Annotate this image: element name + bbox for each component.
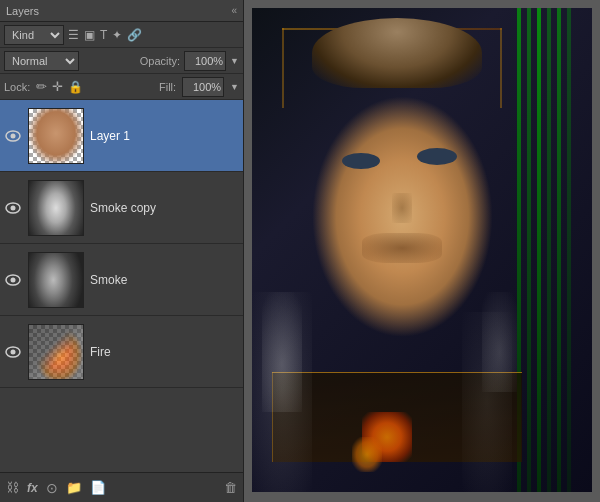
fill-input[interactable] — [182, 77, 224, 97]
layer-thumbnail — [28, 252, 84, 308]
link-layers-icon[interactable]: ⛓ — [6, 480, 19, 495]
opacity-chevron-icon[interactable]: ▼ — [230, 56, 239, 66]
panel-title: Layers — [6, 5, 39, 17]
kind-icons: ☰ ▣ T ✦ 🔗 — [68, 28, 142, 42]
lock-all-icon[interactable]: 🔒 — [68, 80, 83, 94]
layer-visibility-toggle[interactable] — [4, 202, 22, 214]
blend-mode-select[interactable]: Normal Multiply Screen Overlay — [4, 51, 79, 71]
type-filter-icon[interactable]: T — [100, 28, 107, 42]
canvas-area — [244, 0, 600, 502]
layer-visibility-toggle[interactable] — [4, 130, 22, 142]
shape-filter-icon[interactable]: ✦ — [112, 28, 122, 42]
svg-point-1 — [11, 133, 16, 138]
layer-visibility-toggle[interactable] — [4, 274, 22, 286]
new-group-icon[interactable]: 📁 — [66, 480, 82, 495]
layer-item[interactable]: Smoke — [0, 244, 243, 316]
svg-point-7 — [11, 349, 16, 354]
kind-row: Kind ☰ ▣ T ✦ 🔗 — [0, 22, 243, 48]
lock-label: Lock: — [4, 81, 30, 93]
adjustment-filter-icon[interactable]: ▣ — [84, 28, 95, 42]
layer-item[interactable]: Smoke copy — [0, 172, 243, 244]
layer-thumbnail — [28, 108, 84, 164]
blend-row: Normal Multiply Screen Overlay Opacity: … — [0, 48, 243, 74]
fill-label: Fill: — [159, 81, 176, 93]
add-mask-icon[interactable]: ⊙ — [46, 480, 58, 496]
panel-header: Layers « — [0, 0, 243, 22]
layer-item[interactable]: Fire — [0, 316, 243, 388]
layer-effects-icon[interactable]: fx — [27, 481, 38, 495]
collapse-arrow[interactable]: « — [231, 5, 237, 16]
fill-chevron-icon[interactable]: ▼ — [230, 82, 239, 92]
layer-name: Fire — [90, 345, 239, 359]
svg-point-5 — [11, 277, 16, 282]
pixel-filter-icon[interactable]: ☰ — [68, 28, 79, 42]
smartobj-filter-icon[interactable]: 🔗 — [127, 28, 142, 42]
opacity-label: Opacity: — [140, 55, 180, 67]
delete-layer-icon[interactable]: 🗑 — [224, 480, 237, 495]
layers-panel: Layers « Kind ☰ ▣ T ✦ 🔗 Normal Multiply … — [0, 0, 244, 502]
canvas-image — [252, 8, 592, 492]
lock-position-icon[interactable]: ✛ — [52, 79, 63, 94]
layer-item[interactable]: Layer 1 — [0, 100, 243, 172]
lock-icons: ✏ ✛ 🔒 — [36, 79, 83, 94]
layer-thumbnail — [28, 180, 84, 236]
layer-visibility-toggle[interactable] — [4, 346, 22, 358]
svg-point-3 — [11, 205, 16, 210]
layer-name: Smoke — [90, 273, 239, 287]
panel-footer: ⛓ fx ⊙ 📁 📄 🗑 — [0, 472, 243, 502]
opacity-input[interactable] — [184, 51, 226, 71]
layer-name: Smoke copy — [90, 201, 239, 215]
kind-select[interactable]: Kind — [4, 25, 64, 45]
lock-pixel-icon[interactable]: ✏ — [36, 79, 47, 94]
layer-name: Layer 1 — [90, 129, 239, 143]
new-layer-icon[interactable]: 📄 — [90, 480, 106, 495]
lock-row: Lock: ✏ ✛ 🔒 Fill: ▼ — [0, 74, 243, 100]
layers-list: Layer 1 Smoke copy — [0, 100, 243, 472]
layer-thumbnail — [28, 324, 84, 380]
